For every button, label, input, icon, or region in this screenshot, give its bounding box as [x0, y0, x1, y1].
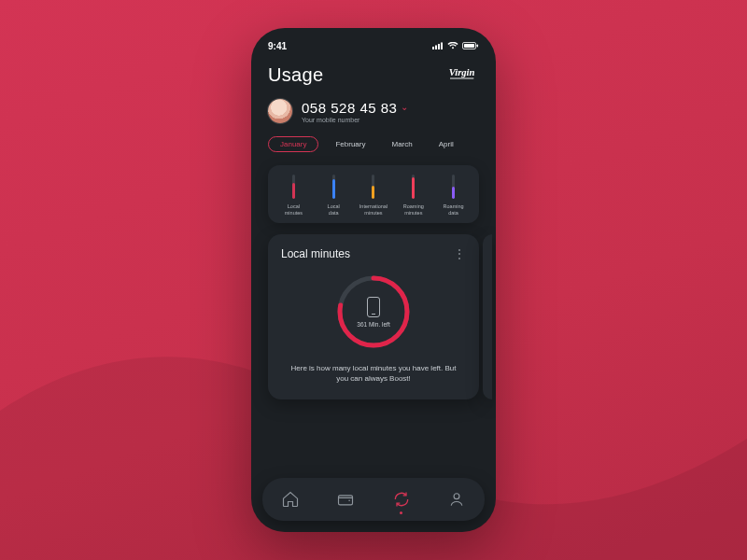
stage: 9:41 Usage Virgin 058 528 45 83 — [0, 0, 747, 560]
wifi-icon — [447, 42, 458, 49]
metric-label: Localdata — [328, 203, 340, 216]
more-icon[interactable]: ⋮ — [454, 252, 466, 257]
metric-roaming-minutes[interactable]: Roamingminutes — [395, 175, 431, 216]
tab-usage[interactable] — [381, 479, 422, 520]
metric-label: Internationalminutes — [359, 203, 388, 216]
phone-icon — [367, 297, 380, 317]
tab-bar — [262, 478, 485, 521]
screen: Usage Virgin 058 528 45 83 ⌄ Your mobile… — [251, 54, 496, 399]
card-title: Local minutes — [281, 247, 350, 260]
profile-icon — [447, 490, 466, 509]
avatar[interactable] — [268, 99, 292, 123]
svg-text:Virgin: Virgin — [449, 67, 475, 77]
phone-number[interactable]: 058 528 45 83 ⌄ — [302, 100, 409, 116]
month-tab-january[interactable]: January — [268, 136, 318, 152]
svg-rect-5 — [464, 44, 474, 48]
month-tabs[interactable]: JanuaryFebruaryMarchAprilMayJu — [268, 136, 479, 152]
month-tab-february[interactable]: February — [326, 136, 374, 152]
status-time: 9:41 — [268, 41, 287, 51]
metric-local-data[interactable]: Localdata — [316, 175, 352, 216]
usage-card[interactable]: Local minutes ⋮ 361 Min. left — [268, 234, 479, 399]
metric-label: Localminutes — [285, 203, 303, 216]
metric-roaming-data[interactable]: Roamingdata — [435, 175, 472, 216]
metrics-card: LocalminutesLocaldataInternationalminute… — [268, 165, 479, 223]
status-bar: 9:41 — [251, 28, 496, 54]
wallet-icon — [336, 490, 355, 509]
account-number-block: 058 528 45 83 ⌄ Your mobile number — [302, 100, 409, 123]
phone-number-sub: Your mobile number — [302, 117, 409, 123]
home-icon — [281, 490, 300, 509]
signal-icon — [432, 42, 444, 49]
month-tab-march[interactable]: March — [382, 136, 421, 152]
metric-local-minutes[interactable]: Localminutes — [275, 175, 312, 216]
ring-caption: 361 Min. left — [357, 321, 389, 328]
refresh-icon — [392, 490, 411, 509]
metric-label: Roamingdata — [444, 203, 464, 216]
svg-rect-10 — [339, 496, 353, 505]
month-tab-april[interactable]: April — [430, 136, 463, 152]
month-tab-may[interactable]: May — [471, 136, 479, 152]
svg-rect-3 — [441, 43, 443, 50]
tab-profile[interactable] — [436, 479, 477, 520]
brand-logo: Virgin — [447, 63, 479, 86]
battery-icon — [462, 42, 479, 49]
svg-rect-1 — [435, 46, 437, 50]
metric-label: Roamingminutes — [403, 203, 424, 216]
header: Usage Virgin — [268, 63, 479, 86]
phone-frame: 9:41 Usage Virgin 058 528 45 83 — [251, 28, 496, 532]
svg-point-11 — [454, 494, 459, 499]
next-card-peek[interactable] — [483, 234, 492, 399]
svg-rect-6 — [477, 45, 479, 48]
phone-number-text: 058 528 45 83 — [302, 100, 397, 116]
account-row[interactable]: 058 528 45 83 ⌄ Your mobile number — [268, 99, 479, 123]
card-description: Here is how many local minutes you have … — [281, 363, 466, 384]
cards-area: Local minutes ⋮ 361 Min. left — [268, 234, 479, 399]
page-title: Usage — [268, 64, 323, 86]
tab-wallet[interactable] — [325, 479, 366, 520]
svg-rect-0 — [432, 47, 434, 49]
status-indicators — [432, 42, 479, 49]
progress-ring: 361 Min. left — [281, 272, 466, 352]
metric-international-minutes[interactable]: Internationalminutes — [356, 175, 392, 216]
chevron-down-icon[interactable]: ⌄ — [401, 103, 409, 112]
svg-rect-2 — [438, 44, 440, 49]
tab-home[interactable] — [270, 479, 311, 520]
